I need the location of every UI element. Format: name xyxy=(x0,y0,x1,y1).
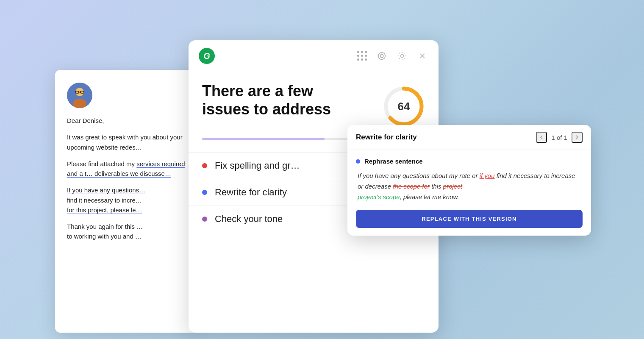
svg-point-7 xyxy=(380,54,383,57)
nav-count: 1 of 1 xyxy=(551,134,567,141)
rephrase-label: Rephrase sentence xyxy=(356,158,583,165)
paragraph1: It was great to speak with you about you… xyxy=(67,132,187,152)
target-icon[interactable] xyxy=(376,50,388,62)
dots-grid-icon[interactable] xyxy=(357,51,367,61)
grammarly-header: G xyxy=(189,40,439,70)
issue-label-spelling: Fix spelling and gr… xyxy=(215,160,300,171)
rewrite-title: Rewrite for clarity xyxy=(356,133,417,142)
header-icons xyxy=(357,50,428,62)
rewrite-strikethrough2: the scope for xyxy=(393,183,430,190)
issue-label-tone: Check your tone xyxy=(215,214,283,225)
email-content: Dear Denise, It was great to speak with … xyxy=(67,116,187,242)
rewrite-strikethrough3: project xyxy=(443,183,462,190)
score-circle-wrapper: 64 xyxy=(383,85,425,128)
main-heading: There are a few issues to address xyxy=(202,82,355,118)
paragraph4: Thank you again for this …to working wit… xyxy=(67,222,187,242)
rephrase-text: Rephrase sentence xyxy=(364,158,423,165)
nav-next-button[interactable] xyxy=(572,132,583,143)
rewrite-header: Rewrite for clarity 1 of 1 xyxy=(347,125,591,150)
gear-icon[interactable] xyxy=(396,50,408,62)
issue-label-clarity: Rewrite for clarity xyxy=(215,187,287,198)
svg-point-12 xyxy=(401,55,403,57)
close-icon[interactable] xyxy=(416,50,428,62)
blue-dot-icon xyxy=(202,190,207,195)
rewrite-green-text: project's scope xyxy=(358,193,400,200)
score-number: 64 xyxy=(398,100,410,113)
paragraph3-underlined: If you have any questions…find it necess… xyxy=(67,186,145,214)
paragraph2: Please find attached my services require… xyxy=(67,159,187,179)
rewrite-strikethrough1: if you xyxy=(480,172,495,179)
rephrase-dot-icon xyxy=(356,159,360,164)
rewrite-part1: If you have any questions about my rate … xyxy=(358,172,480,179)
rewrite-nav: 1 of 1 xyxy=(536,132,583,143)
purple-dot-icon xyxy=(202,217,207,222)
paragraph3: If you have any questions…find it necess… xyxy=(67,185,187,215)
avatar xyxy=(67,83,92,108)
nav-prev-button[interactable] xyxy=(536,132,547,143)
rewrite-part5: , please let me know. xyxy=(400,193,459,200)
rewrite-body: Rephrase sentence If you have any questi… xyxy=(347,150,591,236)
rewrite-panel: Rewrite for clarity 1 of 1 Rephrase sent… xyxy=(347,125,591,236)
greeting-text: Dear Denise, xyxy=(67,116,187,125)
score-circle: 64 xyxy=(383,85,425,128)
replace-button[interactable]: REPLACE WITH THIS VERSION xyxy=(356,210,583,228)
rewrite-part3: this xyxy=(430,183,443,190)
grammarly-logo: G xyxy=(199,48,215,64)
email-panel: Dear Denise, It was great to speak with … xyxy=(55,70,199,333)
rewrite-content: If you have any questions about my rate … xyxy=(356,171,583,202)
red-dot-icon xyxy=(202,163,207,168)
paragraph2-start: Please find attached my xyxy=(67,160,135,167)
progress-fill xyxy=(202,138,325,140)
